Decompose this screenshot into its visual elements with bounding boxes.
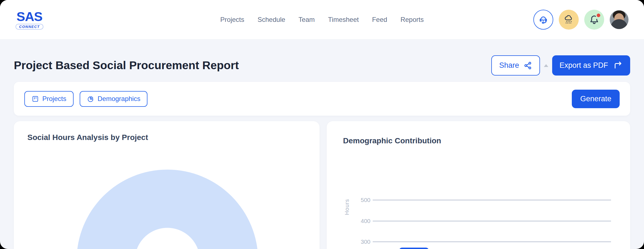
kanban-icon bbox=[32, 95, 39, 103]
filter-projects-button[interactable]: Projects bbox=[24, 91, 74, 107]
main-nav: Projects Schedule Team Timesheet Feed Re… bbox=[220, 16, 424, 24]
bar-segment bbox=[399, 248, 429, 249]
nav-item-projects[interactable]: Projects bbox=[220, 16, 244, 24]
grid-line bbox=[373, 221, 611, 221]
generate-button-label: Generate bbox=[580, 95, 611, 103]
share-button[interactable]: Share bbox=[491, 55, 540, 76]
nav-item-timesheet[interactable]: Timesheet bbox=[328, 16, 359, 24]
page-header-row: Project Based Social Procurement Report … bbox=[14, 55, 630, 76]
filter-projects-label: Projects bbox=[42, 95, 66, 103]
nav-item-reports[interactable]: Reports bbox=[401, 16, 424, 24]
generate-button[interactable]: Generate bbox=[572, 90, 620, 108]
y-tick-500: 500 bbox=[359, 197, 370, 203]
export-pdf-button[interactable]: Export as PDF bbox=[552, 55, 630, 76]
y-tick-400: 400 bbox=[359, 218, 370, 224]
brand-badge: CONNECT bbox=[15, 24, 43, 30]
brand-name: SAS bbox=[17, 10, 43, 23]
filter-demographics-button[interactable]: Demographics bbox=[80, 91, 148, 107]
export-pdf-button-label: Export as PDF bbox=[559, 61, 608, 70]
headset-support-icon bbox=[538, 14, 549, 25]
weather-button[interactable] bbox=[559, 10, 579, 30]
gridline-500: 500 bbox=[359, 197, 611, 203]
grid-line bbox=[373, 242, 611, 242]
grid-line bbox=[373, 200, 611, 200]
report-filter-bar: Projects Demographics Generate bbox=[14, 82, 630, 116]
charts-row: Social Hours Analysis by Project Demogra… bbox=[14, 121, 630, 249]
support-button[interactable] bbox=[533, 10, 553, 30]
nav-item-team[interactable]: Team bbox=[298, 16, 315, 24]
page-content: Project Based Social Procurement Report … bbox=[0, 55, 644, 249]
brand-logo[interactable]: SAS CONNECT bbox=[15, 10, 43, 30]
pie-chart-icon bbox=[87, 95, 94, 103]
top-navbar: SAS CONNECT Projects Schedule Team Times… bbox=[0, 0, 644, 40]
nav-item-schedule[interactable]: Schedule bbox=[258, 16, 285, 24]
page-actions: Share Export as PDF bbox=[491, 55, 630, 76]
filter-demographics-label: Demographics bbox=[98, 95, 141, 103]
social-hours-card-title: Social Hours Analysis by Project bbox=[27, 133, 148, 142]
user-avatar[interactable] bbox=[610, 10, 629, 29]
y-tick-300: 300 bbox=[359, 238, 370, 245]
header-icon-group bbox=[533, 10, 629, 30]
demographic-contribution-card: Demographic Contribution Hours 500 400 3… bbox=[327, 121, 630, 249]
unread-dot bbox=[597, 14, 600, 17]
app-window: SAS CONNECT Projects Schedule Team Times… bbox=[0, 0, 644, 249]
share-button-label: Share bbox=[499, 61, 519, 70]
filter-buttons: Projects Demographics bbox=[24, 91, 147, 107]
social-hours-donut-chart bbox=[77, 170, 258, 249]
export-arrow-icon bbox=[613, 61, 623, 71]
page-title: Project Based Social Procurement Report bbox=[14, 59, 239, 72]
y-axis-label: Hours bbox=[344, 199, 350, 215]
notifications-button[interactable] bbox=[584, 10, 604, 30]
social-hours-card: Social Hours Analysis by Project bbox=[14, 121, 320, 249]
gridline-400: 400 bbox=[359, 218, 611, 224]
gridline-300: 300 bbox=[359, 238, 611, 245]
hail-cloud-icon bbox=[563, 14, 574, 25]
demographic-bar-chart: Hours 500 400 300 bbox=[327, 121, 630, 249]
caret-up-icon bbox=[544, 64, 548, 67]
share-nodes-icon bbox=[523, 61, 532, 70]
nav-item-feed[interactable]: Feed bbox=[372, 16, 387, 24]
